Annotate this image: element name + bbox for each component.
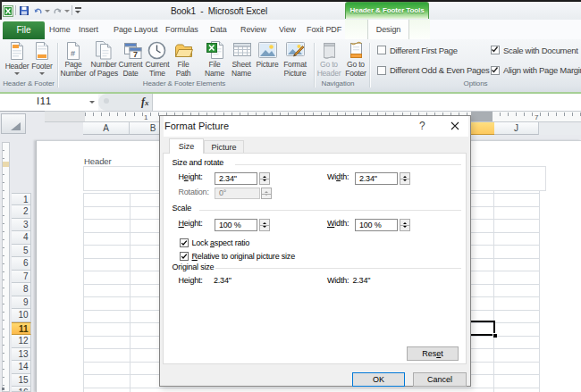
svg-text:7: 7 [133, 50, 138, 59]
svg-text:#: # [71, 49, 75, 58]
